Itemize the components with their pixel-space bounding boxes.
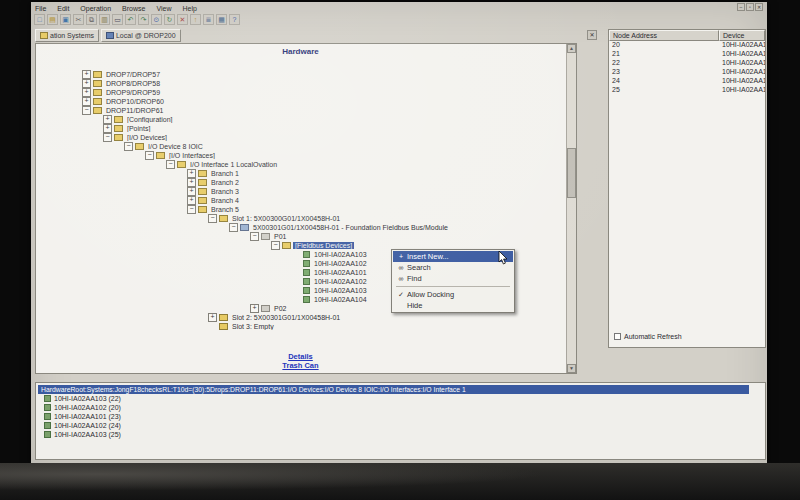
new-icon[interactable]: □ [34,14,45,25]
expand-toggle-icon[interactable]: − [229,223,238,232]
redo-icon[interactable]: ↷ [138,14,149,25]
tree-item[interactable]: −I/O Device 8 IOIC [36,142,565,151]
application-window: FileEditOperationBrowseViewHelp –▫✕ □▤▣✂… [31,2,767,463]
expand-toggle-icon[interactable]: − [124,142,133,151]
save-icon[interactable]: ▣ [60,14,71,25]
expand-toggle-icon[interactable]: + [82,97,91,106]
tree-item[interactable]: +Branch 4 [36,196,565,205]
expand-toggle-icon[interactable]: + [82,70,91,79]
tree-item[interactable]: −[I/O Interfaces] [36,151,565,160]
search-icon[interactable]: ⊙ [151,14,162,25]
expand-toggle-icon[interactable]: + [187,187,196,196]
tree-item[interactable]: −I/O Interface 1 LocalOvation [36,160,565,169]
tree-item[interactable]: Slot 3: Empty [36,322,565,331]
context-menu-item-search[interactable]: ∞Search [393,262,513,273]
tree-item[interactable]: +[Configuration] [36,115,565,124]
expand-toggle-icon[interactable]: + [82,79,91,88]
details-link[interactable]: Details [36,352,565,361]
panel-close-icon[interactable]: ✕ [587,30,597,40]
expand-toggle-icon[interactable]: − [208,214,217,223]
tree-item[interactable]: −P01 [36,232,565,241]
expand-toggle-icon[interactable]: + [187,169,196,178]
expand-toggle-icon[interactable]: − [250,232,259,241]
expand-toggle-icon[interactable]: − [187,205,196,214]
tree-item[interactable]: −5X00301G01/1X00458H-01 - Foundation Fie… [36,223,565,232]
delete-icon[interactable]: ✕ [177,14,188,25]
menu-help[interactable]: Help [181,5,197,12]
tree-item[interactable]: −[I/O Devices] [36,133,565,142]
refresh-icon[interactable]: ↻ [164,14,175,25]
open-icon[interactable]: ▤ [47,14,58,25]
grid-view-icon[interactable]: ▦ [216,14,227,25]
tab-local-drop[interactable]: Local @ DROP200 [101,29,181,42]
tree-item[interactable]: +Branch 1 [36,169,565,178]
list-item[interactable]: 10HI-IA02AA103 (25) [38,430,763,439]
tree-item-label: 10HI-IA02AA102 [312,260,369,267]
menu-view[interactable]: View [155,5,172,12]
list-item[interactable]: 10HI-IA02AA102 (20) [38,403,763,412]
tree-item[interactable]: +DROP10/DROP60 [36,97,565,106]
list-item[interactable]: 10HI-IA02AA102 (24) [38,421,763,430]
expand-toggle-icon[interactable]: − [82,106,91,115]
table-row[interactable]: 2510HI-IA02AA103 [609,86,765,95]
table-row[interactable]: 2310HI-IA02AA101 [609,68,765,77]
up-level-icon[interactable]: ↑ [190,14,201,25]
tree-item[interactable]: +DROP7/DROP57 [36,70,565,79]
help-icon[interactable]: ? [229,14,240,25]
expand-toggle-icon[interactable]: + [187,178,196,187]
list-item[interactable]: 10HI-IA02AA103 (22) [38,394,763,403]
close-button[interactable]: ✕ [755,3,763,11]
context-menu-item-insert-new[interactable]: +Insert New... [393,251,513,262]
tab-systems[interactable]: ation Systems [35,29,99,42]
tree-item[interactable]: −DROP11/DROP61 [36,106,565,115]
table-row[interactable]: 2410HI-IA02AA102 [609,77,765,86]
context-menu-item-find[interactable]: ∞Find [393,273,513,284]
node-table-header: Node AddressDevice [609,30,765,41]
menu-edit[interactable]: Edit [56,5,70,12]
tree-item[interactable]: −Slot 1: 5X00300G01/1X00458H-01 [36,214,565,223]
minimize-button[interactable]: – [737,3,745,11]
trash-can-link[interactable]: Trash Can [36,361,565,370]
list-item[interactable]: 10HI-IA02AA101 (23) [38,412,763,421]
column-header-node-address[interactable]: Node Address [609,30,719,41]
scroll-up-icon[interactable]: ▲ [567,44,576,53]
expand-toggle-icon[interactable]: − [145,151,154,160]
menu-browse[interactable]: Browse [121,5,146,12]
expand-toggle-icon[interactable]: + [103,115,112,124]
tree-item[interactable]: −Branch 5 [36,205,565,214]
selected-path-row[interactable]: HardwareRoot:Systems:JongF18checksRL:T10… [38,385,749,394]
table-row[interactable]: 2010HI-IA02AA102 [609,41,765,50]
table-row[interactable]: 2210HI-IA02AA103 [609,59,765,68]
table-row[interactable]: 2110HI-IA02AA101 [609,50,765,59]
scrollbar-thumb[interactable] [567,148,576,198]
expand-toggle-icon[interactable]: + [82,88,91,97]
tree-item[interactable]: +[Points] [36,124,565,133]
tree-item[interactable]: +Branch 3 [36,187,565,196]
tree-view-icon[interactable]: ≣ [203,14,214,25]
tree-item[interactable]: +DROP9/DROP59 [36,88,565,97]
tree-item[interactable]: +DROP8/DROP58 [36,79,565,88]
scroll-down-icon[interactable]: ▼ [567,364,576,373]
expand-toggle-icon[interactable]: + [208,313,217,322]
tree-item[interactable]: +Branch 2 [36,178,565,187]
context-menu-item-allow-docking[interactable]: ✓Allow Docking [393,289,513,300]
expand-toggle-icon[interactable]: + [103,124,112,133]
copy-icon[interactable]: ⧉ [86,14,97,25]
expand-toggle-icon[interactable]: − [166,160,175,169]
tree-scrollbar[interactable]: ▲ ▼ [566,44,576,373]
maximize-button[interactable]: ▫ [746,3,754,11]
menu-file[interactable]: File [34,5,47,12]
expand-toggle-icon[interactable]: + [250,304,259,313]
context-menu-item-hide[interactable]: Hide [393,300,513,311]
menu-operation[interactable]: Operation [79,5,112,12]
paste-icon[interactable]: ▥ [99,14,110,25]
tree-item[interactable]: +Slot 2: 5X00301G01/1X00458H-01 [36,313,565,322]
column-header-device[interactable]: Device [719,30,765,41]
print-icon[interactable]: ▭ [112,14,123,25]
expand-toggle-icon[interactable]: − [103,133,112,142]
cut-icon[interactable]: ✂ [73,14,84,25]
undo-icon[interactable]: ↶ [125,14,136,25]
expand-toggle-icon[interactable]: − [271,241,280,250]
auto-refresh-checkbox[interactable] [614,333,621,340]
expand-toggle-icon[interactable]: + [187,196,196,205]
